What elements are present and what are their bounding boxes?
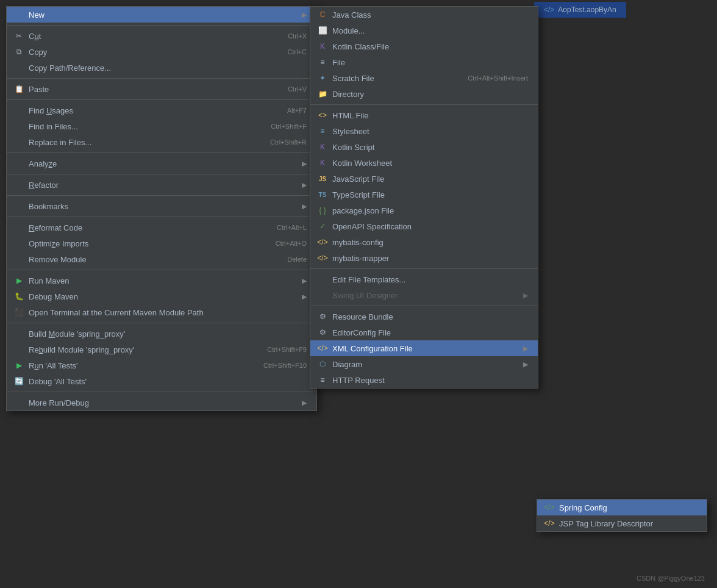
java-class-icon: C (318, 10, 327, 20)
kotlin-class-icon: K (318, 41, 327, 51)
html-file-label: HTML File (332, 111, 368, 120)
html-file-icon: <> (318, 110, 327, 120)
directory-icon: 📁 (318, 89, 327, 99)
active-tab[interactable]: </> AopTest.aopByAn (534, 2, 626, 18)
copy-shortcut: Ctrl+C (288, 48, 307, 56)
menu-item-openapi[interactable]: ✓ OpenAPI Specification (310, 218, 538, 234)
tab-label: AopTest.aopByAn (558, 5, 616, 14)
xml-config-label: XML Configuration File (332, 344, 413, 353)
menu-item-directory[interactable]: 📁 Directory (310, 86, 538, 102)
menu-item-remove-module[interactable]: Remove Module Delete (7, 251, 316, 267)
menu-item-package-json[interactable]: { } package.json File (310, 203, 538, 218)
kotlin-worksheet-label: Kotlin Worksheet (332, 159, 392, 168)
menu-item-refactor[interactable]: Refactor ▶ (7, 177, 316, 193)
menu-item-spring-config[interactable]: </> Spring Config (537, 500, 707, 515)
menu-item-run-all-tests[interactable]: ▶ Run 'All Tests' Ctrl+Shift+F10 (7, 357, 316, 373)
menu-item-javascript-file[interactable]: JS JavaScript File (310, 171, 538, 187)
menu-item-replace-in-files[interactable]: Replace in Files... Ctrl+Shift+R (7, 134, 316, 150)
copy-path-label: Copy Path/Reference... (29, 63, 111, 73)
menu-item-copy[interactable]: ⧉ Copy Ctrl+C (7, 44, 316, 60)
menu-item-run-maven[interactable]: ▶ Run Maven ▶ (7, 273, 316, 289)
new-arrow: ▶ (302, 11, 307, 19)
menu-item-editorconfig[interactable]: ⚙ EditorConfig File (310, 324, 538, 340)
menu-item-copy-path[interactable]: Copy Path/Reference... (7, 60, 316, 76)
menu-item-kotlin-worksheet[interactable]: K Kotlin Worksheet (310, 155, 538, 171)
menu-item-open-terminal[interactable]: ⬛ Open Terminal at the Current Maven Mod… (7, 304, 316, 320)
javascript-file-icon: JS (318, 174, 327, 184)
package-json-label: package.json File (332, 206, 394, 215)
menu-item-optimize[interactable]: Optimize Imports Ctrl+Alt+O (7, 235, 316, 251)
menu-item-stylesheet[interactable]: ≡ Stylesheet (310, 123, 538, 139)
menu-item-analyze[interactable]: Analyze ▶ (7, 156, 316, 171)
xml-config-icon: </> (318, 343, 327, 353)
menu-item-find-usages[interactable]: Find Usages Alt+F7 (7, 102, 316, 118)
paste-shortcut: Ctrl+V (288, 85, 307, 93)
rebuild-module-shortcut: Ctrl+Shift+F9 (267, 346, 307, 353)
run-all-tests-shortcut: Ctrl+Shift+F10 (263, 362, 307, 369)
context-menu-xml-submenu: </> Spring Config </> JSP Tag Library De… (537, 499, 707, 532)
menu-item-file[interactable]: ≡ File (310, 54, 538, 70)
menu-item-bookmarks[interactable]: Bookmarks ▶ (7, 198, 316, 214)
editorconfig-label: EditorConfig File (332, 328, 391, 337)
menu-item-debug-all-tests[interactable]: 🔄 Debug 'All Tests' (7, 373, 316, 389)
menu-item-build-module[interactable]: Build Module 'spring_proxy' (7, 326, 316, 342)
diagram-arrow: ▶ (523, 360, 528, 368)
menu-item-edit-templates[interactable]: Edit File Templates... (310, 271, 538, 287)
paste-icon: 📋 (14, 84, 24, 94)
menu-item-scratch-file[interactable]: ✦ Scratch File Ctrl+Alt+Shift+Insert (310, 70, 538, 86)
swing-ui-label: Swing UI Designer (332, 291, 398, 300)
menu-item-debug-maven[interactable]: 🐛 Debug Maven ▶ (7, 289, 316, 304)
context-menu-new-submenu: C Java Class ⬜ Module... K Kotlin Class/… (310, 6, 538, 389)
new-sep-2 (310, 268, 538, 269)
context-menu-left: New ▶ ✂ Cut Ctrl+X ⧉ Copy Ctrl+C Copy Pa… (6, 6, 317, 411)
more-run-debug-label: More Run/Debug (29, 398, 89, 407)
editorconfig-icon: ⚙ (318, 328, 327, 337)
menu-item-typescript-file[interactable]: TS TypeScript File (310, 187, 538, 203)
menu-item-module[interactable]: ⬜ Module... (310, 23, 538, 38)
run-maven-arrow: ▶ (302, 277, 307, 285)
run-all-tests-label: Run 'All Tests' (29, 361, 78, 370)
debug-maven-icon: 🐛 (14, 292, 24, 301)
menu-item-reformat[interactable]: Reformat Code Ctrl+Alt+L (7, 220, 316, 235)
build-module-label: Build Module 'spring_proxy' (29, 329, 125, 339)
kotlin-class-label: Kotlin Class/File (332, 42, 389, 51)
menu-item-find-in-files[interactable]: Find in Files... Ctrl+Shift+F (7, 118, 316, 134)
package-json-icon: { } (318, 206, 327, 215)
kotlin-worksheet-icon: K (318, 158, 327, 168)
menu-item-html-file[interactable]: <> HTML File (310, 107, 538, 123)
menu-item-diagram[interactable]: ⬡ Diagram ▶ (310, 356, 538, 372)
new-sep-3 (310, 306, 538, 306)
menu-item-jsp-tag[interactable]: </> JSP Tag Library Descriptor (537, 515, 707, 531)
typescript-file-icon: TS (318, 190, 327, 199)
run-maven-label: Run Maven (29, 276, 69, 285)
menu-item-mybatis-config[interactable]: </> mybatis-config (310, 234, 538, 250)
edit-templates-icon (318, 274, 327, 284)
menu-item-mybatis-mapper[interactable]: </> mybatis-mapper (310, 250, 538, 266)
menu-item-kotlin-script[interactable]: K Kotlin Script (310, 139, 538, 155)
module-icon: ⬜ (318, 26, 327, 35)
menu-item-http-request[interactable]: ≡ HTTP Request (310, 372, 538, 388)
menu-item-swing-ui: Swing UI Designer ▶ (310, 287, 538, 303)
menu-item-kotlin-class[interactable]: K Kotlin Class/File (310, 38, 538, 54)
menu-item-resource-bundle[interactable]: ⚙ Resource Bundle (310, 309, 538, 324)
stylesheet-icon: ≡ (318, 126, 327, 136)
optimize-icon (14, 238, 24, 248)
module-label: Module... (332, 26, 365, 35)
menu-item-paste[interactable]: 📋 Paste Ctrl+V (7, 81, 316, 97)
cut-label: Cut (29, 32, 41, 41)
http-request-label: HTTP Request (332, 376, 385, 385)
optimize-shortcut: Ctrl+Alt+O (276, 240, 307, 247)
typescript-file-label: TypeScript File (332, 190, 385, 199)
menu-item-cut[interactable]: ✂ Cut Ctrl+X (7, 28, 316, 44)
find-in-files-icon (14, 121, 24, 131)
menu-item-xml-config[interactable]: </> XML Configuration File ▶ (310, 340, 538, 356)
menu-item-more-run-debug[interactable]: More Run/Debug ▶ (7, 395, 316, 411)
kotlin-script-icon: K (318, 142, 327, 152)
menu-item-java-class[interactable]: C Java Class (310, 7, 538, 23)
menu-item-rebuild-module[interactable]: Rebuild Module 'spring_proxy' Ctrl+Shift… (7, 342, 316, 357)
menu-item-new[interactable]: New ▶ (7, 7, 316, 23)
separator-10 (7, 392, 316, 392)
separator-3 (7, 99, 316, 100)
find-in-files-label: Find in Files... (29, 122, 78, 131)
resource-bundle-icon: ⚙ (318, 312, 327, 321)
